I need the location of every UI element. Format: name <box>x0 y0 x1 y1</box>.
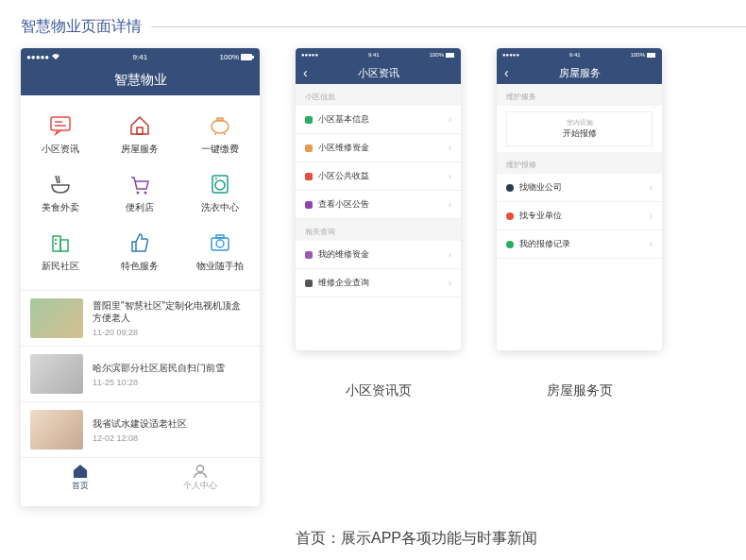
home-icon <box>72 464 89 479</box>
phone-sub2: ●●●●● 9:41 100% ‹ 房屋服务 维护服务 室内设施 开始报修 维护… <box>497 48 662 350</box>
list-item[interactable]: 小区公共收益› <box>296 162 461 191</box>
svg-rect-19 <box>55 239 57 241</box>
signal-icon: ●●●●● <box>502 52 519 58</box>
tab-profile[interactable]: 个人中心 <box>141 458 261 497</box>
cart-icon <box>127 172 152 196</box>
feature-grid: 小区资讯 房屋服务 一键缴费 美食外卖 便利店 洗衣中心 <box>21 95 260 290</box>
svg-rect-1 <box>252 56 254 59</box>
chevron-right-icon: › <box>449 143 451 153</box>
list-label: 我的维修资金 <box>318 248 369 261</box>
svg-point-22 <box>216 240 224 247</box>
phone-main: ●●●●● 9:41 100% 智慧物业 小区资讯 房屋服务 一键缴 <box>21 48 260 506</box>
list-item[interactable]: 找物业公司› <box>497 174 662 202</box>
chevron-right-icon: › <box>650 239 653 249</box>
svg-rect-18 <box>60 240 68 251</box>
grid-label: 新民社区 <box>42 260 79 273</box>
grid-label: 便利店 <box>126 201 154 214</box>
section-header: 维护报修 <box>497 152 662 174</box>
svg-point-24 <box>196 465 203 471</box>
status-bar: ●●●●● 9:41 100% <box>497 48 662 61</box>
news-time: 12-02 12:08 <box>93 433 187 443</box>
list-label: 我的报修记录 <box>519 238 570 250</box>
svg-point-16 <box>215 178 217 179</box>
chevron-right-icon: › <box>449 171 451 181</box>
grid-item-store[interactable]: 便利店 <box>100 163 179 222</box>
grid-item-news[interactable]: 小区资讯 <box>21 105 100 163</box>
chevron-right-icon: › <box>449 249 451 260</box>
grid-item-community[interactable]: 新民社区 <box>21 222 100 280</box>
list-item[interactable]: 找专业单位› <box>497 202 662 230</box>
battery-pct: 100% <box>220 53 239 61</box>
chevron-right-icon: › <box>449 278 451 288</box>
grid-label: 洗衣中心 <box>201 201 239 214</box>
back-icon[interactable]: ‹ <box>303 65 308 80</box>
news-item[interactable]: 普阳里"智慧社区"定制化电视机顶盒方便老人 11-20 09:28 <box>21 290 260 346</box>
list-item[interactable]: 查看小区公告› <box>296 191 461 219</box>
status-time: 9:41 <box>368 52 380 58</box>
news-thumb <box>30 354 83 394</box>
list-item[interactable]: 我的维修资金› <box>296 241 461 269</box>
grid-item-house[interactable]: 房屋服务 <box>100 105 179 163</box>
list-label: 小区维修资金 <box>318 142 369 154</box>
header-bar: ‹ 房屋服务 <box>497 61 662 84</box>
header-title: 智慧物业 <box>114 72 167 89</box>
signal-icon: ●●●●● <box>301 52 318 58</box>
list-item[interactable]: 小区基本信息› <box>296 106 461 134</box>
header-bar: ‹ 小区资讯 <box>296 61 461 84</box>
header-title: 房屋服务 <box>559 66 601 80</box>
highlight-title: 开始报修 <box>513 127 646 140</box>
list-item[interactable]: 小区维修资金› <box>296 134 461 162</box>
list-label: 找专业单位 <box>519 210 562 222</box>
svg-line-10 <box>56 176 58 183</box>
grid-item-food[interactable]: 美食外卖 <box>21 163 100 222</box>
tab-home[interactable]: 首页 <box>21 458 141 497</box>
battery-pct: 100% <box>631 52 645 58</box>
piggy-icon <box>208 113 232 138</box>
phone-sub1: ●●●●● 9:41 100% ‹ 小区资讯 小区信息 小区基本信息› 小区维修… <box>296 48 461 350</box>
list-item[interactable]: 我的报修记录› <box>497 230 662 259</box>
tab-label: 个人中心 <box>183 480 217 492</box>
section-header: 相关查询 <box>296 219 461 241</box>
grid-item-special[interactable]: 特色服务 <box>100 222 179 280</box>
svg-rect-2 <box>51 117 70 130</box>
highlight-card[interactable]: 室内设施 开始报修 <box>506 111 653 146</box>
section-header: 小区信息 <box>296 84 461 106</box>
grid-label: 物业随手拍 <box>196 260 244 273</box>
status-bar: ●●●●● 9:41 100% <box>21 48 260 65</box>
news-title: 我省试水建设适老社区 <box>93 417 187 430</box>
svg-rect-23 <box>216 235 224 238</box>
news-thumb <box>30 410 83 450</box>
list-item[interactable]: 维修企业查询› <box>296 269 461 297</box>
grid-item-camera[interactable]: 物业随手拍 <box>180 222 260 280</box>
battery-icon <box>241 54 254 60</box>
news-title: 普阳里"智慧社区"定制化电视机顶盒方便老人 <box>93 299 250 324</box>
page-title: 智慧物业页面详情 <box>21 17 142 37</box>
news-item[interactable]: 哈尔滨部分社区居民自扫门前雪 11-25 10:28 <box>21 346 260 401</box>
house-icon <box>127 113 152 138</box>
status-time: 9:41 <box>569 52 581 58</box>
battery-icon <box>446 53 455 58</box>
profile-icon <box>192 464 209 479</box>
news-list: 普阳里"智慧社区"定制化电视机顶盒方便老人 11-20 09:28 哈尔滨部分社… <box>21 290 260 457</box>
list-label: 找物业公司 <box>519 181 562 194</box>
svg-point-12 <box>137 192 140 195</box>
grid-item-pay[interactable]: 一键缴费 <box>180 105 260 163</box>
svg-rect-5 <box>137 127 143 134</box>
grid-label: 美食外卖 <box>42 201 79 214</box>
chat-icon <box>48 113 73 138</box>
bowl-icon <box>48 172 73 196</box>
battery-icon <box>647 53 656 58</box>
back-icon[interactable]: ‹ <box>504 65 509 80</box>
tab-label: 首页 <box>72 480 89 492</box>
news-thumb <box>30 298 83 338</box>
grid-item-laundry[interactable]: 洗衣中心 <box>180 163 260 222</box>
camera-icon <box>208 230 232 255</box>
news-time: 11-20 09:28 <box>93 328 250 337</box>
list-label: 维修企业查询 <box>318 277 369 289</box>
svg-point-15 <box>215 180 225 190</box>
status-bar: ●●●●● 9:41 100% <box>296 48 461 61</box>
grid-label: 房屋服务 <box>121 143 159 156</box>
grid-label: 一键缴费 <box>201 143 239 156</box>
news-item[interactable]: 我省试水建设适老社区 12-02 12:08 <box>21 401 260 457</box>
grid-label: 小区资讯 <box>42 143 79 156</box>
